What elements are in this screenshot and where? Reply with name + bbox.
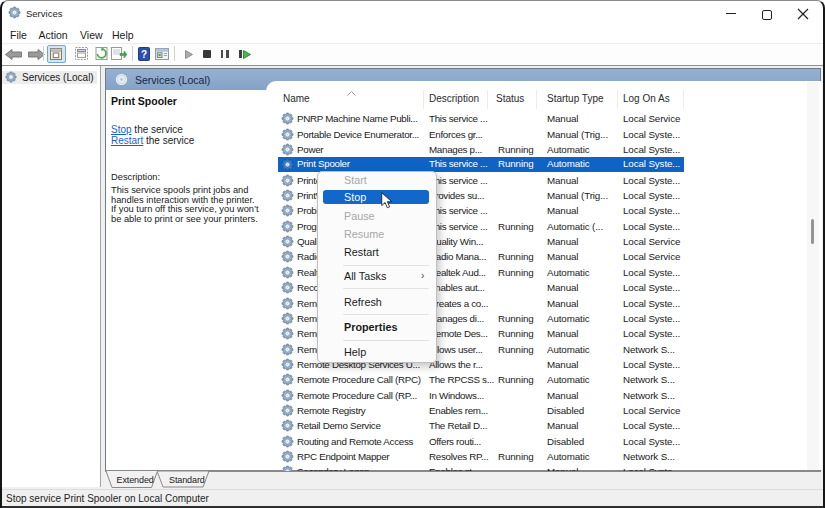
svg-text:?: ? xyxy=(141,49,147,60)
